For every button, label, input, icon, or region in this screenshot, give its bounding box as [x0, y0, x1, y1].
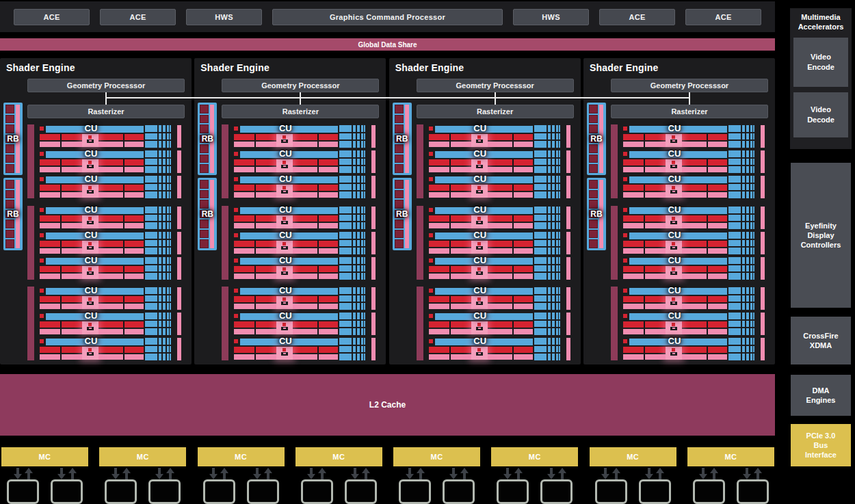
up-down-arrows-icon [544, 468, 569, 479]
cu-center-block [82, 185, 98, 198]
rb-column: RBRB [587, 103, 606, 250]
cu-group-bar [611, 287, 618, 360]
cu-center-notch [670, 246, 677, 250]
cu-center-dot [672, 161, 675, 164]
memory-chip-box [443, 479, 475, 504]
cu-center-notch [670, 327, 677, 330]
crossfire-xdma-block: CrossFire XDMA [791, 317, 851, 364]
shader-engines-row: Shader EngineGeometry ProcesssorRasteriz… [0, 58, 775, 364]
compute-unit: CU [428, 313, 570, 335]
rb-block: RB [393, 178, 412, 250]
cu-right-pink-bar [177, 338, 181, 360]
cu-center-dot [477, 217, 481, 220]
cu-center-dot [282, 135, 286, 139]
cu-register-grid [728, 338, 754, 360]
cu-center-notch [476, 327, 483, 330]
rb-square [200, 230, 209, 239]
cu-center-dot [88, 297, 92, 301]
compute-unit: CU [622, 338, 765, 360]
cu-label: CU [622, 336, 727, 346]
compute-unit: CU [622, 207, 765, 229]
cu-register-grid [339, 207, 365, 229]
rb-square [395, 105, 404, 114]
memory-controller-column: MC [491, 447, 578, 504]
cu-center-block [666, 134, 682, 147]
memory-chip-unit [148, 468, 181, 504]
cu-center-block [82, 215, 98, 228]
up-down-arrows-icon [250, 468, 275, 479]
memory-controller-row: MCMCMCMCMCMCMCMC [0, 447, 775, 504]
cu-label: CU [233, 148, 338, 159]
rb-square [5, 144, 14, 153]
cu-center-notch [670, 271, 677, 275]
cu-center-dot [88, 217, 92, 220]
rb-square [589, 144, 598, 153]
cu-right-pink-bar [761, 338, 765, 360]
cu-center-block [666, 185, 682, 198]
compute-unit: CU [622, 313, 765, 335]
compute-unit: CU [622, 257, 765, 280]
cu-register-grid [534, 313, 560, 335]
cu-label: CU [233, 255, 338, 265]
cu-label: CU [38, 285, 144, 295]
cu-label: CU [233, 123, 338, 133]
rb-column: RBRB [3, 103, 23, 250]
memory-chip-box [737, 479, 769, 504]
cu-register-grid [145, 125, 171, 148]
memory-chip-row [295, 468, 382, 504]
memory-chip-box [105, 479, 137, 504]
cu-center-notch [87, 271, 94, 275]
hws-button: HWS [186, 9, 262, 25]
rb-square [200, 124, 209, 133]
cu-center-block [471, 321, 488, 334]
cu-center-block [471, 296, 488, 309]
cu-center-notch [476, 302, 483, 305]
rasterizer-bar: Rasterizer [611, 105, 768, 118]
cu-group: CUCUCU [611, 287, 765, 360]
l2-cache-bar: L2 Cache [0, 374, 775, 436]
cu-register-grid [145, 287, 171, 310]
compute-unit: CU [233, 257, 376, 280]
mc-block: MC [590, 447, 676, 466]
cu-label: CU [38, 123, 144, 133]
memory-chip-unit [443, 468, 475, 504]
cu-center-block [666, 215, 682, 228]
rb-square [5, 124, 14, 133]
cu-center-notch [281, 302, 288, 305]
cu-center-block [82, 159, 98, 172]
cu-center-dot [672, 242, 675, 246]
cu-register-grid [339, 176, 365, 198]
cu-center-block [276, 134, 293, 147]
rb-block: RB [3, 178, 23, 250]
cu-center-dot [282, 348, 286, 352]
cu-register-grid [728, 257, 754, 280]
cu-center-notch [670, 190, 677, 194]
cu-center-notch [670, 165, 677, 168]
memory-chip-row [198, 468, 285, 504]
rb-square [589, 200, 598, 209]
cu-label: CU [233, 310, 338, 321]
rb-square [200, 180, 209, 189]
compute-unit: CU [622, 176, 765, 198]
global-data-share-bar: Global Data Share [0, 38, 775, 51]
cu-center-block [276, 185, 293, 198]
cu-center-dot [282, 217, 286, 220]
rb-block: RB [198, 103, 217, 175]
cu-center-notch [87, 190, 94, 194]
cu-right-pink-bar [566, 232, 570, 254]
compute-unit: CU [428, 207, 570, 229]
rb-square [395, 190, 404, 199]
compute-unit: CU [622, 125, 765, 148]
cu-center-notch [476, 352, 483, 356]
compute-unit: CU [38, 150, 181, 173]
cu-label: CU [622, 204, 727, 215]
up-down-arrows-icon [55, 468, 79, 479]
compute-unit: CU [428, 232, 570, 254]
rb-block: RB [3, 103, 23, 175]
shader-engine-title: Shader Engine [395, 62, 464, 73]
rb-square [200, 164, 209, 173]
cu-center-notch [87, 302, 94, 305]
memory-chip-row [1, 468, 88, 504]
rasterizer-bar: Rasterizer [222, 105, 379, 118]
rb-square [5, 115, 14, 124]
